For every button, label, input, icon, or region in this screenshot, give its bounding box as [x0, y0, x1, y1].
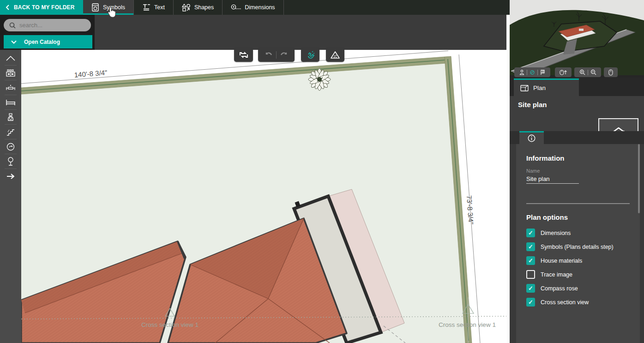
plan-properties-panel: Plan Site plan: [510, 78, 644, 343]
open-catalog-button[interactable]: Open Catalog: [4, 35, 92, 48]
plan-tab-label: Plan: [533, 84, 546, 91]
tab-text[interactable]: Text: [134, 0, 174, 15]
plan-options-title: Plan options: [526, 213, 568, 221]
kitchen-icon: [6, 69, 16, 77]
arrow-right-icon: [6, 173, 15, 180]
roof-icon: [6, 55, 16, 61]
plan-name-input[interactable]: [526, 175, 579, 184]
rug-icon: [6, 143, 15, 151]
plan-title: Site plan: [518, 101, 547, 108]
checkbox[interactable]: [526, 298, 535, 307]
cross-section-label-1: Cross section view 1: [141, 321, 199, 328]
category-stairs[interactable]: [0, 125, 21, 139]
scrollbar[interactable]: [638, 144, 640, 213]
redo-icon[interactable]: [279, 52, 289, 58]
terrain-triangle-icon: [330, 51, 340, 59]
divider: [526, 203, 630, 204]
terrain-button[interactable]: [326, 48, 344, 62]
separator: [588, 70, 588, 75]
tab-label: Dimensions: [245, 4, 275, 11]
plan-canvas[interactable]: 140'-8 3/4" 73'-8 3/4": [21, 50, 506, 343]
tab-plan[interactable]: Plan: [514, 78, 579, 96]
chevron-left-icon: [6, 5, 9, 10]
option-trace-image[interactable]: Trace image: [526, 270, 572, 279]
panel-gap: [506, 15, 510, 343]
search-box[interactable]: [4, 19, 91, 31]
category-bathroom[interactable]: [0, 110, 21, 125]
walk-view-icon[interactable]: [519, 70, 524, 75]
checkbox[interactable]: [526, 229, 535, 237]
dining-table-icon: [6, 84, 15, 92]
info-icon: [528, 134, 536, 142]
bathroom-icon: [7, 113, 14, 121]
zoom-in-icon[interactable]: [579, 69, 585, 75]
magnet-snap-icon: [306, 51, 315, 60]
bed-icon: [6, 99, 16, 106]
checkbox[interactable]: [526, 270, 535, 279]
plan-info-card: Information Name Plan options Dimensions…: [516, 144, 640, 343]
hand-cursor: [107, 6, 117, 18]
category-roof[interactable]: [0, 51, 21, 66]
tab-shapes[interactable]: Shapes: [174, 0, 223, 15]
open-catalog-label: Open Catalog: [24, 39, 60, 45]
tree-icon: [7, 157, 14, 166]
text-icon: [142, 4, 150, 11]
option-cross-section-view[interactable]: Cross section view: [526, 298, 589, 307]
toolbar-strip: [95, 15, 506, 50]
plan-icon: [520, 85, 529, 91]
info-tab-row: [510, 131, 644, 144]
cross-section-label-2: Cross section view 1: [439, 321, 496, 328]
shapes-icon: [182, 4, 191, 12]
camera-height-icon: [560, 69, 567, 75]
category-bedroom[interactable]: [0, 95, 21, 110]
category-more[interactable]: [0, 169, 21, 184]
option-compass-rose[interactable]: Compass rose: [526, 284, 578, 293]
swap-plans-icon: [239, 51, 248, 59]
section-wall-icon[interactable]: [540, 70, 545, 75]
category-decor[interactable]: [0, 139, 21, 154]
3d-preview[interactable]: [510, 0, 644, 78]
orbit-view-icon[interactable]: [530, 70, 535, 75]
tab-information[interactable]: [519, 131, 544, 144]
search-icon: [9, 22, 16, 29]
stairs-icon: [6, 128, 15, 136]
undo-icon[interactable]: [264, 52, 273, 58]
view-mode-group: [514, 67, 550, 77]
plan-tab-row: Plan: [510, 78, 644, 96]
swap-plans-button[interactable]: [234, 48, 253, 62]
option-dimensions[interactable]: Dimensions: [526, 229, 571, 237]
option-symbols[interactable]: Symbols (Plans details step): [526, 242, 614, 251]
mouse-controls-button[interactable]: [604, 67, 618, 77]
back-to-folder-button[interactable]: BACK TO MY FOLDER: [0, 0, 83, 15]
tab-label: Shapes: [194, 4, 214, 11]
plant-symbol[interactable]: [308, 68, 331, 90]
undo-redo-group: [258, 48, 295, 62]
back-button-label: BACK TO MY FOLDER: [14, 4, 75, 11]
symbol-category-rail: [0, 50, 21, 343]
camera-height-button[interactable]: [555, 67, 572, 77]
chevron-down-icon: [4, 39, 24, 45]
checkbox[interactable]: [526, 256, 535, 265]
option-house-materials[interactable]: House materials: [526, 256, 582, 265]
measuring-tape-icon: [231, 4, 241, 11]
category-kitchen[interactable]: [0, 66, 21, 80]
separator: [537, 70, 538, 75]
zoom-group: [574, 67, 601, 77]
mouse-icon: [608, 69, 613, 76]
tab-dimensions[interactable]: Dimensions: [223, 0, 283, 15]
top-bar: BACK TO MY FOLDER Symbols Text Shapes: [0, 0, 510, 15]
separator: [527, 70, 527, 75]
symbols-side-panel: Open Catalog: [0, 15, 95, 50]
snap-magnet-button[interactable]: [301, 48, 319, 62]
information-section-title: Information: [526, 154, 565, 162]
checkbox[interactable]: [526, 242, 535, 251]
category-dining[interactable]: [0, 80, 21, 95]
search-input[interactable]: [19, 22, 79, 29]
zoom-out-icon[interactable]: [590, 69, 596, 75]
name-label: Name: [526, 168, 540, 174]
checkbox[interactable]: [526, 284, 535, 293]
tab-label: Text: [154, 4, 165, 11]
category-garden[interactable]: [0, 154, 21, 169]
appliance-icon: [91, 3, 99, 12]
